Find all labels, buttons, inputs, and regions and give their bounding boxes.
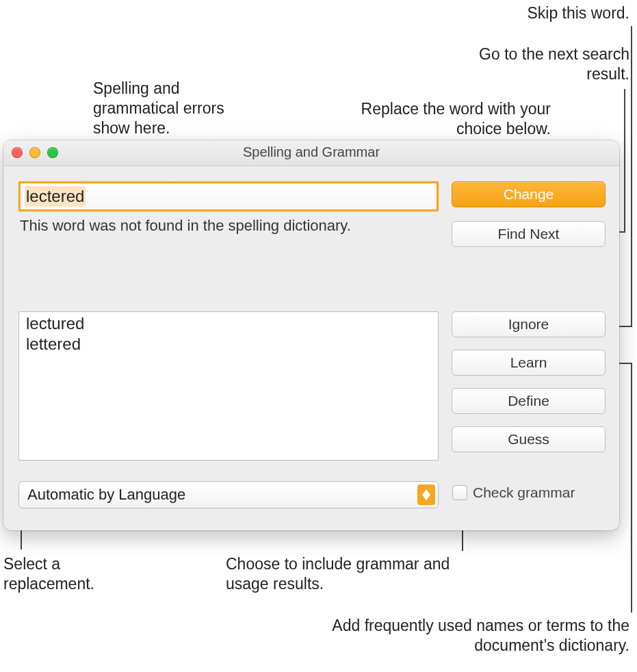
suggestions-list[interactable]: lectured lettered bbox=[18, 311, 439, 461]
learn-button[interactable]: Learn bbox=[452, 350, 606, 376]
callout-line bbox=[624, 89, 625, 233]
find-next-button[interactable]: Find Next bbox=[452, 221, 606, 247]
check-grammar-label: Check grammar bbox=[473, 484, 575, 501]
svg-marker-1 bbox=[422, 495, 430, 500]
guess-button[interactable]: Guess bbox=[452, 426, 606, 452]
spelling-grammar-window: Spelling and Grammar lectered This word … bbox=[3, 140, 619, 530]
callout-include-grammar: Choose to include grammar and usage resu… bbox=[226, 554, 458, 594]
list-item[interactable]: lectured bbox=[19, 313, 438, 334]
callout-replace-word: Replace the word with your choice below. bbox=[335, 99, 551, 139]
check-grammar-checkbox[interactable]: Check grammar bbox=[452, 484, 575, 501]
change-button[interactable]: Change bbox=[452, 181, 606, 207]
window-titlebar: Spelling and Grammar bbox=[3, 140, 619, 166]
checkbox-icon bbox=[452, 485, 467, 500]
window-title: Spelling and Grammar bbox=[3, 144, 619, 160]
ignore-button[interactable]: Ignore bbox=[452, 311, 606, 337]
callout-next-result: Go to the next search result. bbox=[438, 44, 629, 84]
define-button[interactable]: Define bbox=[452, 388, 606, 414]
callout-line bbox=[631, 363, 632, 612]
error-word-field[interactable]: lectered bbox=[18, 181, 439, 211]
list-item[interactable]: lettered bbox=[19, 334, 438, 354]
callout-select-replacement: Select a replacement. bbox=[3, 554, 154, 594]
updown-arrows-icon bbox=[417, 484, 435, 505]
callout-spelling-errors: Spelling and grammatical errors show her… bbox=[93, 79, 244, 138]
callout-skip-word: Skip this word. bbox=[438, 3, 629, 23]
language-select-value: Automatic by Language bbox=[27, 486, 185, 504]
error-word-value: lectered bbox=[25, 186, 86, 207]
callout-line bbox=[631, 26, 632, 327]
callout-learn-terms: Add frequently used names or terms to th… bbox=[267, 616, 629, 656]
language-select[interactable]: Automatic by Language bbox=[18, 481, 439, 508]
svg-marker-0 bbox=[422, 489, 430, 495]
error-word-note: This word was not found in the spelling … bbox=[20, 217, 351, 235]
